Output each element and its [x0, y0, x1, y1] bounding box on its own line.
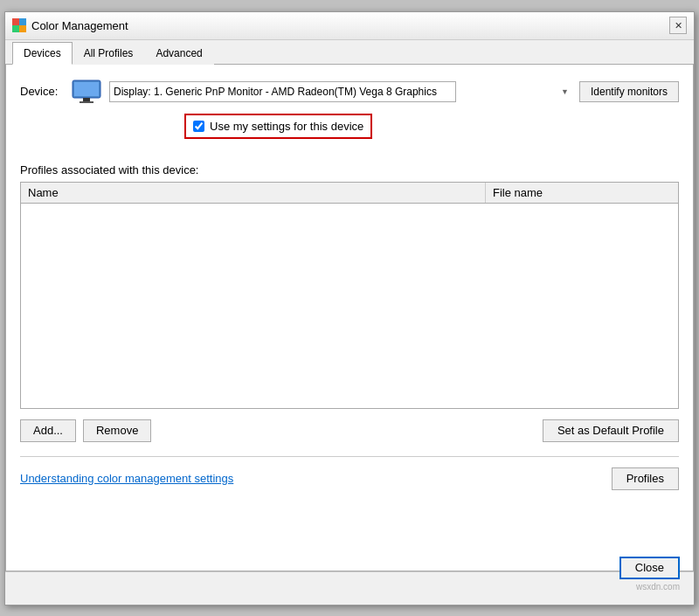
- profiles-table-area: Name File name: [20, 182, 679, 409]
- tab-devices[interactable]: Devices: [12, 42, 73, 65]
- remove-button[interactable]: Remove: [83, 419, 151, 442]
- tab-content-devices: Device: Display: 1. Generic PnP Monitor …: [5, 65, 694, 571]
- watermark: wsxdn.com: [636, 582, 680, 592]
- identify-monitors-button[interactable]: Identify monitors: [579, 81, 679, 102]
- profiles-button[interactable]: Profiles: [612, 467, 679, 490]
- window-title: Color Management: [31, 19, 128, 32]
- svg-rect-3: [19, 25, 26, 32]
- title-bar: Color Management ✕: [5, 12, 694, 40]
- add-button[interactable]: Add...: [20, 419, 76, 442]
- bottom-close-area: Close wsxdn.com: [5, 571, 694, 593]
- svg-rect-5: [74, 82, 99, 96]
- bottom-row: Understanding color management settings …: [20, 467, 679, 490]
- svg-rect-7: [80, 101, 93, 103]
- checkbox-container: Use my settings for this device: [102, 114, 679, 151]
- window-close-button[interactable]: ✕: [669, 17, 687, 34]
- device-select-wrapper[interactable]: Display: 1. Generic PnP Monitor - AMD Ra…: [109, 81, 572, 102]
- svg-rect-6: [83, 98, 90, 101]
- separator: [20, 456, 679, 457]
- action-buttons-row: Add... Remove Set as Default Profile: [20, 419, 679, 442]
- table-header-name: Name: [21, 183, 486, 203]
- table-header: Name File name: [21, 183, 678, 204]
- color-management-window: Color Management ✕ Devices All Profiles …: [4, 11, 695, 606]
- close-button[interactable]: Close: [619, 557, 680, 579]
- monitor-icon: [71, 79, 102, 105]
- set-default-profile-button[interactable]: Set as Default Profile: [543, 419, 679, 442]
- tab-bar: Devices All Profiles Advanced: [5, 42, 694, 65]
- device-row: Device: Display: 1. Generic PnP Monitor …: [20, 79, 679, 105]
- title-bar-left: Color Management: [12, 18, 128, 32]
- use-settings-checkbox[interactable]: [193, 121, 204, 132]
- svg-rect-0: [12, 18, 19, 25]
- profiles-section-label: Profiles associated with this device:: [20, 163, 679, 176]
- app-icon: [12, 18, 26, 32]
- tab-advanced[interactable]: Advanced: [144, 42, 213, 65]
- tab-all-profiles[interactable]: All Profiles: [73, 42, 145, 65]
- use-settings-row: Use my settings for this device: [184, 114, 372, 139]
- device-dropdown[interactable]: Display: 1. Generic PnP Monitor - AMD Ra…: [109, 81, 456, 102]
- svg-rect-2: [12, 25, 19, 32]
- device-label: Device:: [20, 85, 64, 98]
- buttons-left-group: Add... Remove: [20, 419, 151, 442]
- svg-rect-1: [19, 18, 26, 25]
- use-settings-label[interactable]: Use my settings for this device: [210, 120, 363, 133]
- understanding-color-link[interactable]: Understanding color management settings: [20, 472, 233, 485]
- table-header-filename: File name: [486, 183, 678, 203]
